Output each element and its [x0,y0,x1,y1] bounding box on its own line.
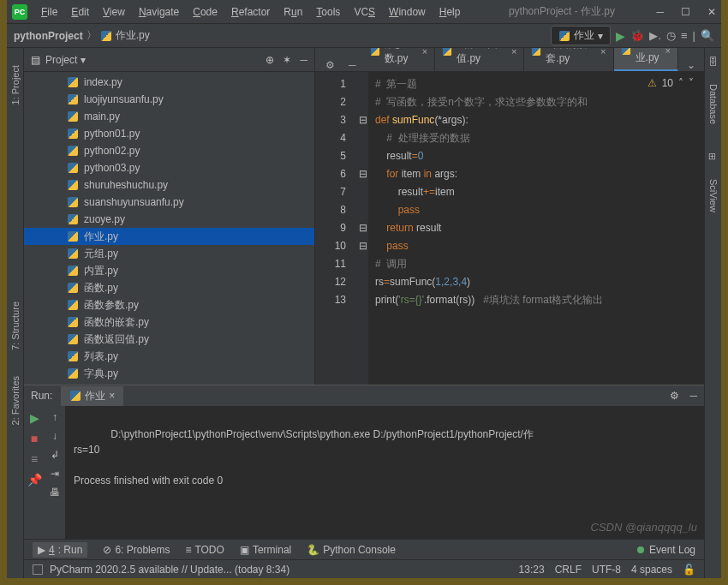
pin-icon[interactable]: 📌 [27,473,42,487]
editor-tab[interactable]: 数参数.py× [363,48,436,71]
soft-wrap-icon[interactable]: ↲ [51,449,59,461]
collapse-icon[interactable]: ✶ [283,54,291,66]
warning-icon[interactable]: ⚠ [647,77,657,89]
tree-item[interactable]: zuoye.py [24,211,314,228]
run-config-selector[interactable]: 作业 ▾ [551,26,611,45]
menu-code[interactable]: Code [186,3,224,21]
line-separator[interactable]: CRLF [555,564,582,576]
minimize-icon[interactable]: ─ [656,6,664,18]
layout-icon[interactable]: ≡ [31,452,38,466]
down-icon[interactable]: ↓ [52,430,57,442]
tree-item[interactable]: index.py [24,74,314,91]
status-message[interactable]: PyCharm 2020.2.5 available // Update... … [50,564,289,576]
toolwindow-toggle-icon[interactable] [33,564,43,575]
code-editor[interactable]: 12345678910111213 ⊟⊟⊟⊟ # 第一题# 写函数，接受n个数字… [315,72,704,385]
gear-icon[interactable]: ⚙ [319,59,342,71]
menu-window[interactable]: Window [382,3,433,21]
editor-tab[interactable]: 函数返回值.py× [435,48,524,71]
menu-help[interactable]: Help [433,3,468,21]
caret-position[interactable]: 13:23 [519,564,545,576]
problems-toolwindow-button[interactable]: ⊘ 6: Problems [103,544,170,556]
tree-item[interactable]: 作业.py [24,228,314,245]
print-icon[interactable]: 🖶 [50,487,60,498]
pyconsole-toolwindow-button[interactable]: 🐍 Python Console [307,544,396,556]
breadcrumb-project[interactable]: pythonProject [14,30,83,42]
coverage-icon[interactable]: ▶. [649,29,661,42]
divider: | [693,29,695,42]
close-icon[interactable]: × [600,48,606,57]
structure-tool-tab[interactable]: 7: Structure [10,301,21,350]
tree-item[interactable]: python01.py [24,125,314,142]
run-button[interactable]: ▶ [616,29,625,43]
breadcrumb[interactable]: pythonProject 〉 作业.py [14,28,150,43]
gear-icon[interactable]: ⚙ [670,390,679,402]
tree-item[interactable]: 列表.py [24,348,314,365]
tree-item[interactable]: python02.py [24,142,314,159]
todo-toolwindow-button[interactable]: ≡ TODO [185,544,224,556]
tree-item[interactable]: 函数参数.py [24,296,314,313]
warning-count[interactable]: 10 [662,77,673,89]
menu-view[interactable]: View [96,3,132,21]
readonly-icon[interactable]: 🔓 [683,564,695,576]
menu-tools[interactable]: Tools [309,3,347,21]
close-icon[interactable]: × [665,48,671,56]
project-tool-tab[interactable]: 1: Project [10,65,21,104]
menu-refactor[interactable]: Refactor [224,3,277,21]
database-tool-tab[interactable]: Database [708,84,719,124]
scroll-end-icon[interactable]: ⇥ [51,468,59,480]
tree-item[interactable]: 函数的嵌套.py [24,313,314,331]
close-icon[interactable]: × [109,390,115,402]
tab-dropdown-icon[interactable]: ⌄ [678,59,704,71]
breadcrumb-file[interactable]: 作业.py [116,28,150,43]
close-icon[interactable]: × [511,48,516,57]
tree-item[interactable]: suanshuyunsuanfu.py [24,194,314,211]
indent-setting[interactable]: 4 spaces [631,564,672,576]
menu-navigate[interactable]: Navigate [132,3,186,21]
sciview-tool-tab[interactable]: SciView [708,179,719,212]
tree-item[interactable]: shuruheshuchu.py [24,176,314,194]
editor-tab[interactable]: 作业.py× [614,48,678,71]
database-icon[interactable]: 🗄 [707,55,719,67]
tree-item[interactable]: 内置.py [24,262,314,279]
file-encoding[interactable]: UTF-8 [592,564,621,576]
tree-item[interactable]: luojiyunsuanfu.py [24,91,314,108]
sciview-icon[interactable]: ⊞ [707,150,719,162]
run-output[interactable]: D:\pythonProject1\pythonProject\venv\Scr… [65,406,704,539]
rerun-button[interactable]: ▶ [30,411,39,425]
close-icon[interactable]: × [422,48,427,57]
menu-run[interactable]: Run [277,3,309,21]
menu-vcs[interactable]: VCS [347,3,382,21]
hide-icon[interactable]: ─ [689,390,697,402]
locate-icon[interactable]: ⊕ [266,54,274,66]
menu-edit[interactable]: Edit [64,3,96,21]
tree-item[interactable]: main.py [24,108,314,125]
menu-file[interactable]: File [34,3,64,21]
tree-item[interactable]: 字典.py [24,365,314,382]
run-toolwindow-button[interactable]: ▶ 44: Run: Run [33,542,87,558]
project-view-icon[interactable]: ▤ [31,54,40,66]
concurrency-icon[interactable]: ≡ [681,29,688,42]
python-file-icon [67,350,79,362]
prev-highlight-icon[interactable]: ˄ [678,77,683,89]
tree-item[interactable]: 函数返回值.py [24,331,314,348]
next-highlight-icon[interactable]: ˅ [689,77,694,89]
up-icon[interactable]: ↑ [52,411,57,423]
profile-icon[interactable]: ◷ [666,29,676,42]
close-icon[interactable]: ✕ [707,6,716,18]
stop-button[interactable]: ■ [31,432,38,445]
fold-gutter[interactable]: ⊟⊟⊟⊟ [358,72,368,385]
favorites-tool-tab[interactable]: 2: Favorites [10,376,21,425]
hide-icon[interactable]: ─ [300,54,307,66]
event-log-button[interactable]: Event Log [649,544,695,556]
tree-item[interactable]: python03.py [24,159,314,176]
maximize-icon[interactable]: ☐ [681,6,690,18]
tree-item[interactable]: 函数.py [24,279,314,296]
editor-tab[interactable]: 函数的嵌套.py× [524,48,613,71]
debug-button[interactable]: 🐞 [630,29,644,42]
run-tab[interactable]: 作业 × [61,386,123,406]
search-icon[interactable]: 🔍 [701,29,714,42]
tree-item[interactable]: 元组.py [24,245,314,262]
terminal-toolwindow-button[interactable]: ▣ Terminal [240,544,291,556]
project-tree[interactable]: index.pyluojiyunsuanfu.pymain.pypython01… [24,72,314,385]
tab-minimize-icon[interactable]: ─ [342,59,363,71]
